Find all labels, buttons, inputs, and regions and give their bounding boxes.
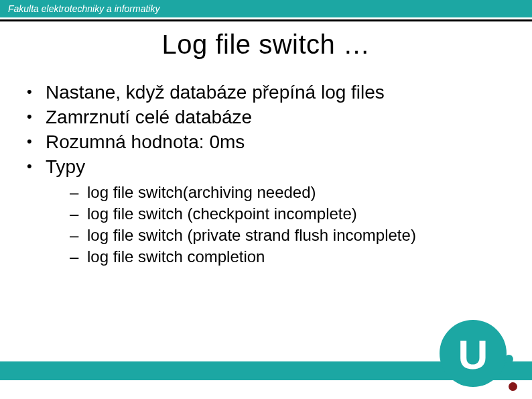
list-item: Nastane, když databáze přepíná log files (23, 80, 509, 104)
logo-dot-icon (505, 355, 513, 363)
sub-bullet-text: log file switch(archiving needed) (87, 183, 316, 201)
header-black-line (0, 19, 532, 21)
logo-dot-icon (509, 382, 517, 391)
list-item: log file switch (private strand flush in… (46, 225, 509, 245)
content-area: Nastane, když databáze přepíná log files… (23, 80, 509, 268)
bullet-text: Zamrznutí celé databáze (46, 107, 252, 127)
logo-letter: U (458, 334, 488, 376)
sub-bullet-text: log file switch (private strand flush in… (87, 226, 416, 244)
list-item: Typy log file switch(archiving needed) l… (23, 155, 509, 267)
logo-circle: U (440, 320, 507, 387)
list-item: log file switch completion (46, 247, 509, 267)
bullet-text: Rozumná hodnota: 0ms (46, 131, 245, 152)
list-item: Zamrznutí celé databáze (23, 105, 509, 129)
bullet-list: Nastane, když databáze přepíná log files… (23, 80, 509, 267)
list-item: log file switch(archiving needed) (46, 182, 509, 203)
list-item: log file switch (checkpoint incomplete) (46, 204, 509, 224)
bullet-text: Typy (46, 156, 85, 177)
header-faculty-text: Fakulta elektrotechniky a informatiky (8, 3, 159, 14)
slide-title: Log file switch … (0, 30, 532, 60)
sub-bullet-text: log file switch completion (87, 247, 265, 266)
sub-bullet-list: log file switch(archiving needed) log fi… (46, 182, 509, 267)
list-item: Rozumná hodnota: 0ms (23, 130, 509, 154)
sub-bullet-text: log file switch (checkpoint incomplete) (87, 205, 357, 223)
slide: Fakulta elektrotechniky a informatiky Lo… (0, 0, 532, 399)
header-bar: Fakulta elektrotechniky a informatiky (0, 0, 532, 17)
bullet-text: Nastane, když databáze přepíná log files (46, 82, 385, 103)
university-logo: U (440, 320, 520, 394)
